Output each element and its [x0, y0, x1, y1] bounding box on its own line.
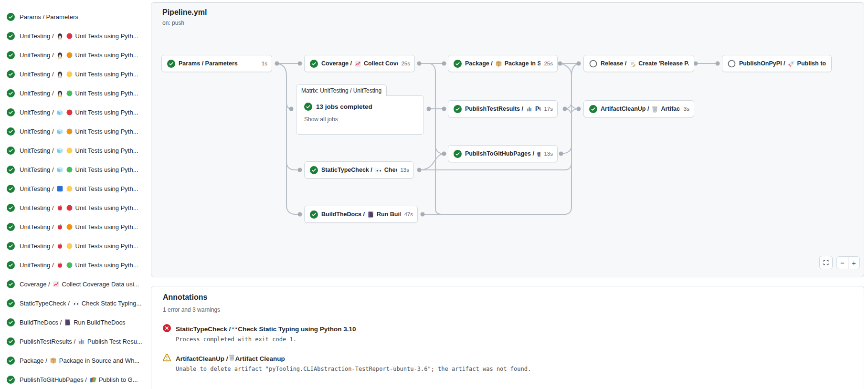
label-text: Unit Tests using Pyth...: [75, 204, 138, 211]
label-text: UnitTesting /: [20, 147, 54, 154]
show-all-jobs-link[interactable]: Show all jobs: [304, 116, 416, 123]
sidebar-job-item-10[interactable]: UnitTesting /Unit Tests using Pyth...: [0, 198, 149, 217]
status-success-icon: [7, 280, 15, 288]
pipeline-node-publishtogithubpages[interactable]: PublishToGitHubPages /...13s: [448, 145, 558, 162]
label-text: Unit Tests using Pyth...: [75, 90, 138, 97]
zoom-out-button[interactable]: −: [837, 257, 848, 269]
sidebar-job-item-13[interactable]: UnitTesting /Unit Tests using Pyth...: [0, 255, 149, 274]
ice-cube-icon: [56, 166, 64, 173]
sidebar-job-item-6[interactable]: UnitTesting /Unit Tests using Pyth...: [0, 122, 149, 141]
sidebar-job-item-9[interactable]: UnitTesting /Unit Tests using Pyth...: [0, 179, 149, 198]
annotation-title[interactable]: ArtifactCleanUp /Artifact Cleanup: [176, 353, 531, 362]
label-text: Pu...: [535, 105, 540, 112]
dot-red-icon: [66, 32, 73, 40]
status-success-icon: [7, 261, 15, 269]
label-text: StaticTypeCheck /: [176, 326, 231, 333]
label-text: Unit Tests using Pyth...: [75, 128, 138, 135]
label-text: Collect Cove...: [364, 60, 398, 67]
sidebar-job-item-15[interactable]: StaticTypeCheck /Check Static Typing...: [0, 294, 149, 313]
matrix-node[interactable]: 13 jobs completed Show all jobs: [296, 95, 424, 135]
label-text: Unit Tests using Pyth...: [75, 147, 138, 154]
label-text: Unit Tests using Pyth...: [75, 166, 138, 173]
pipeline-node-publishtestresults[interactable]: PublishTestResults /Pu...17s: [448, 100, 558, 117]
sidebar-job-item-18[interactable]: Package /Package in Source and Wh...: [0, 351, 149, 370]
label-text: Artifact Cleanup: [235, 355, 285, 362]
wastebasket-icon: [228, 354, 235, 361]
label-text: StaticTypeCheck /: [20, 300, 70, 307]
status-success-icon: [454, 60, 462, 68]
sidebar-job-item-17[interactable]: PublishTestResults /Publish Test Resu...: [0, 332, 149, 351]
chart-increasing-icon: [53, 281, 60, 288]
pipeline-node-buildthedocs[interactable]: BuildTheDocs /Run Buil...47s: [304, 206, 418, 223]
alert-icon: [163, 354, 171, 362]
zoom-in-button[interactable]: +: [848, 257, 859, 269]
pipeline-node-publishonpypi[interactable]: PublishOnPyPI /Publish to ...: [722, 55, 832, 72]
dot-red-icon: [66, 109, 73, 116]
sidebar-job-item-5[interactable]: UnitTesting /Unit Tests using Pyth...: [0, 103, 149, 122]
annotation-title[interactable]: StaticTypeCheck /Check Static Typing usi…: [176, 324, 356, 333]
sidebar-job-item-3[interactable]: UnitTesting /Unit Tests using Pyth...: [0, 64, 149, 84]
sidebar-job-item-12[interactable]: UnitTesting /Unit Tests using Pyth...: [0, 236, 149, 255]
label-text: UnitTesting /: [20, 71, 54, 78]
fullscreen-button[interactable]: [819, 256, 833, 269]
sidebar-job-item-0[interactable]: Params / Parameters: [0, 7, 149, 26]
sidebar-job-item-8[interactable]: UnitTesting /Unit Tests using Pyth...: [0, 160, 149, 179]
label-text: PublishTestResults /: [20, 338, 75, 345]
node-duration: 13s: [544, 151, 553, 157]
pipeline-node-release[interactable]: Release /Create 'Release P...: [583, 55, 694, 72]
label-text: Params / Parameters: [179, 60, 238, 67]
label-text: UnitTesting /: [20, 242, 54, 250]
sidebar-job-item-2[interactable]: UnitTesting /Unit Tests using Pyth...: [0, 45, 149, 64]
ice-cube-icon: [56, 128, 64, 135]
apple-icon: [56, 242, 64, 250]
status-success-icon: [7, 185, 15, 193]
penguin-icon: [56, 71, 64, 78]
label-text: Package in Source and Wh...: [59, 357, 139, 364]
label-text: Chec...: [384, 167, 397, 173]
status-success-icon: [7, 108, 15, 116]
node-duration: 17s: [544, 106, 553, 112]
sidebar-job-item-11[interactable]: UnitTesting /Unit Tests using Pyth...: [0, 217, 149, 236]
screen-full-icon: [823, 259, 829, 266]
bar-chart-icon: [526, 105, 533, 113]
status-success-icon: [310, 166, 318, 174]
label-text: PublishTestResults /: [465, 105, 523, 112]
sidebar-job-item-1[interactable]: UnitTesting /Unit Tests using Pyth...: [0, 26, 149, 45]
status-success-icon: [310, 60, 318, 68]
label-text: Unit Tests using Pyth...: [75, 52, 138, 59]
sidebar-job-item-16[interactable]: BuildTheDocs /Run BuildTheDocs: [0, 313, 149, 332]
label-text: PublishToGitHubPages /: [465, 150, 534, 157]
annotations-title: Annotations: [163, 293, 207, 302]
zoom-controls: − +: [836, 256, 860, 269]
pipeline-node-coverage[interactable]: Coverage /Collect Cove...25s: [304, 55, 415, 72]
label-text: UnitTesting /: [20, 109, 54, 116]
label-text: Unit Tests using Pyth...: [75, 32, 138, 40]
notebook-icon: [367, 211, 374, 218]
status-success-icon: [7, 127, 15, 136]
apple-icon: [56, 204, 64, 211]
label-text: Run BuildTheDocs: [74, 319, 125, 326]
label-text: PublishToGitHubPages /: [20, 376, 87, 383]
label-text: StaticTypeCheck /: [321, 167, 372, 173]
label-text: BuildTheDocs /: [20, 319, 62, 326]
sidebar-job-item-4[interactable]: UnitTesting /Unit Tests using Pyth...: [0, 84, 149, 103]
label-text: Unit Tests using Pyth...: [75, 185, 138, 192]
wastebasket-icon: [651, 105, 658, 113]
label-text: Package /: [465, 60, 493, 67]
label-text: UnitTesting /: [20, 32, 54, 40]
status-success-icon: [7, 13, 15, 21]
pipeline-node-package[interactable]: Package /Package in So...25s: [448, 55, 558, 72]
sidebar-job-item-14[interactable]: Coverage /Collect Coverage Data usi...: [0, 274, 149, 294]
status-success-icon: [7, 89, 15, 97]
label-text: BuildTheDocs /: [321, 211, 365, 218]
label-text: UnitTesting /: [20, 262, 54, 269]
sidebar-job-item-19[interactable]: PublishToGitHubPages /Publish to G...: [0, 370, 149, 389]
sidebar-job-item-7[interactable]: UnitTesting /Unit Tests using Pyth...: [0, 141, 149, 160]
annotations-list: StaticTypeCheck /Check Static Typing usi…: [163, 324, 852, 383]
pipeline-node-artifactcleanup[interactable]: ArtifactCleanUp /Artifac...3s: [583, 100, 694, 117]
pipeline-node-params[interactable]: Params / Parameters1s: [161, 55, 272, 72]
dot-yellow-icon: [66, 71, 73, 78]
pipeline-trigger: on: push: [162, 20, 184, 26]
bar-chart-icon: [78, 338, 85, 345]
pipeline-node-statictypecheck[interactable]: StaticTypeCheck /Chec...13s: [304, 161, 414, 179]
